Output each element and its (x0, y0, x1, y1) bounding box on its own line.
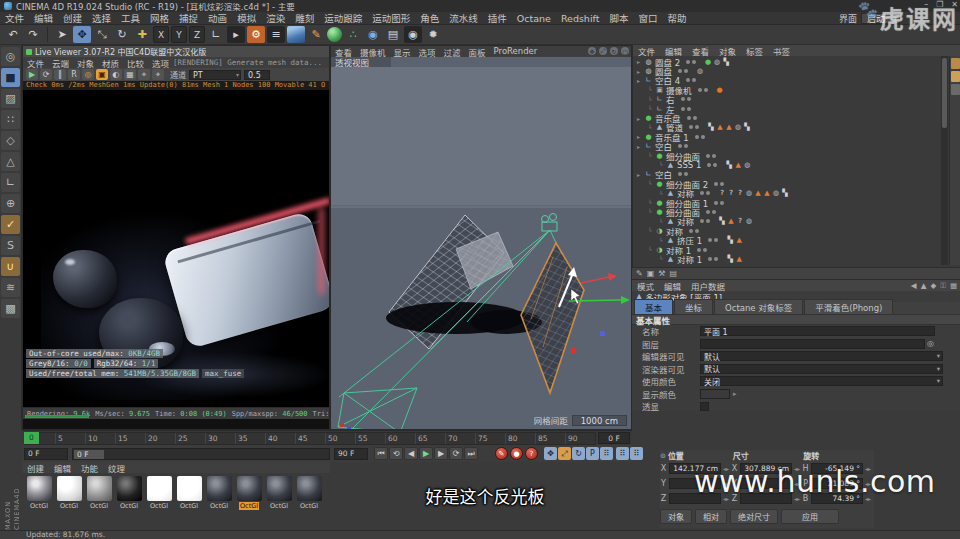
material-swatch[interactable]: OctGl (26, 476, 52, 510)
render-dot[interactable] (684, 69, 688, 73)
render-dot[interactable] (687, 107, 691, 111)
menu-脚本[interactable]: 脚本 (604, 11, 633, 25)
filter-arrow-icon[interactable]: ▲ (921, 281, 927, 291)
key-rotation-button[interactable]: ↻ (572, 447, 585, 460)
expand-arrow-icon[interactable]: ▸ (637, 133, 644, 140)
expand-arrow-icon[interactable]: └ (648, 96, 655, 103)
vp-menu-摄像机[interactable]: 摄像机 (356, 46, 390, 58)
live-viewer-titlebar[interactable]: Live Viewer 3.07-R2 中国C4D联盟中文汉化版 (23, 46, 329, 57)
render-dot[interactable] (687, 97, 691, 101)
view-label[interactable]: 透视视图 (331, 57, 391, 67)
material-label[interactable]: OctGl (149, 502, 169, 510)
render-dot[interactable] (714, 238, 718, 242)
undo-icon[interactable]: ↶ (4, 26, 22, 43)
record-selection-button[interactable]: ? (525, 447, 538, 460)
layer-icon[interactable] (951, 58, 960, 69)
viewport-rotate-icon[interactable]: ↻ (610, 47, 618, 55)
display-color-swatch[interactable] (700, 389, 730, 399)
expand-arrow-icon[interactable]: └ (659, 190, 666, 197)
menu-运动跟踪[interactable]: 运动跟踪 (319, 11, 367, 25)
ball-tag-icon[interactable]: ◍ (696, 67, 704, 75)
material-swatch[interactable]: OctGl (86, 476, 112, 510)
ball-tag-icon[interactable]: ◍ (772, 189, 780, 197)
render-dot[interactable] (692, 78, 696, 82)
editor-dot[interactable] (706, 210, 710, 214)
lv-menu-云端[interactable]: 云端 (48, 57, 73, 69)
visibility-dots[interactable] (689, 229, 699, 233)
warn-tag-icon[interactable]: ▲ (727, 217, 735, 225)
menu-编辑[interactable]: 编辑 (29, 11, 58, 25)
editor-dot[interactable] (678, 69, 682, 73)
attr-menu-编辑[interactable]: 编辑 (659, 280, 686, 292)
editor-dot[interactable] (714, 182, 718, 186)
timeline-tick[interactable]: 40 (265, 433, 295, 444)
timeline-tick[interactable]: 5 (55, 433, 85, 444)
menu-窗口[interactable]: 窗口 (633, 11, 662, 25)
visibility-dots[interactable] (678, 69, 688, 73)
material-swatch[interactable]: OctGl (296, 476, 322, 510)
attr-menu-用户数据[interactable]: 用户数据 (686, 280, 730, 292)
render-dot[interactable] (713, 163, 717, 167)
ball-tag-icon[interactable]: ◍ (734, 123, 742, 131)
visibility-dots[interactable] (678, 144, 688, 148)
ball-tag-icon[interactable]: ◍ (745, 189, 753, 197)
om-menu-文件[interactable]: 文件 (633, 45, 660, 57)
axis-x-icon[interactable]: X (153, 26, 169, 43)
render-dot[interactable] (695, 229, 699, 233)
pause-icon[interactable]: ‖ (54, 69, 66, 80)
expand-arrow-icon[interactable]: ▸ (637, 115, 644, 122)
editor-dot[interactable] (700, 219, 704, 223)
menu-创建[interactable]: 创建 (58, 11, 87, 25)
editor-dot[interactable] (689, 125, 693, 129)
timeline-current-frame[interactable]: 0 F (598, 432, 630, 444)
key-scale-button[interactable]: ⤢ (558, 447, 571, 460)
timeline-tick[interactable]: 20 (145, 433, 175, 444)
editor-dot[interactable] (697, 248, 701, 252)
material-label[interactable]: OctGl (59, 502, 79, 510)
texture-mode-icon[interactable]: ▨ (1, 89, 20, 108)
expand-arrow-icon[interactable]: ▸ (637, 171, 644, 178)
render-dot[interactable] (703, 248, 707, 252)
timeline-tick[interactable]: 50 (325, 433, 355, 444)
expand-arrow-icon[interactable]: ▸ (637, 77, 644, 84)
render-dot[interactable] (684, 144, 688, 148)
editor-dot[interactable] (707, 163, 711, 167)
visibility-dots[interactable] (708, 238, 718, 242)
timeline-tick[interactable]: 25 (175, 433, 205, 444)
checker-tag-icon[interactable]: ▚ (718, 217, 726, 225)
move-icon[interactable]: ✥ (73, 26, 91, 43)
name-input[interactable]: 平面 1 (700, 326, 935, 336)
play-button[interactable]: ▶ (419, 447, 433, 460)
polygons-mode-icon[interactable]: △ (1, 152, 20, 171)
object-row[interactable]: ▸◍圆盘◍ (633, 66, 960, 75)
render-dot[interactable] (720, 182, 724, 186)
object-tree-scrollbar[interactable] (941, 56, 948, 265)
lv-menu-比较[interactable]: 比较 (123, 57, 148, 69)
editor-dot[interactable] (708, 257, 712, 261)
render-dot[interactable] (706, 191, 710, 195)
material-swatch[interactable]: OctGl (146, 476, 172, 510)
tab-基本[interactable]: 基本 (634, 299, 673, 314)
visibility-dots[interactable] (697, 248, 707, 252)
timeline-tick[interactable]: 45 (295, 433, 325, 444)
render-dot[interactable] (706, 219, 710, 223)
om-menu-书签[interactable]: 书签 (768, 45, 795, 57)
visibility-dots[interactable] (700, 219, 710, 223)
render-dot[interactable] (693, 116, 697, 120)
expand-arrow-icon[interactable]: ▸ (637, 143, 644, 150)
timeline-tick[interactable]: 15 (115, 433, 145, 444)
xray-checkbox[interactable] (700, 402, 709, 411)
expand-arrow-icon[interactable]: └ (648, 199, 655, 206)
timeline-ruler[interactable]: 051015202530354045505560657075808590 0 0… (22, 430, 632, 445)
axis-mode-icon[interactable]: ⊕ (1, 194, 20, 213)
editor-dot[interactable] (706, 154, 710, 158)
expand-arrow-icon[interactable]: └ (659, 255, 666, 262)
record-keyframe-button[interactable]: ✎ (495, 447, 508, 460)
octane-kernel-icon[interactable]: ◎ (82, 69, 94, 80)
lock-icon[interactable]: ✓ (1, 215, 20, 234)
visibility-dots[interactable] (714, 201, 724, 205)
expand-arrow-icon[interactable]: └ (659, 237, 666, 244)
key-pla-button[interactable]: ⠿ (600, 447, 613, 460)
object-row[interactable]: └▣摄像机● (633, 85, 960, 94)
material-ball[interactable] (237, 476, 262, 501)
